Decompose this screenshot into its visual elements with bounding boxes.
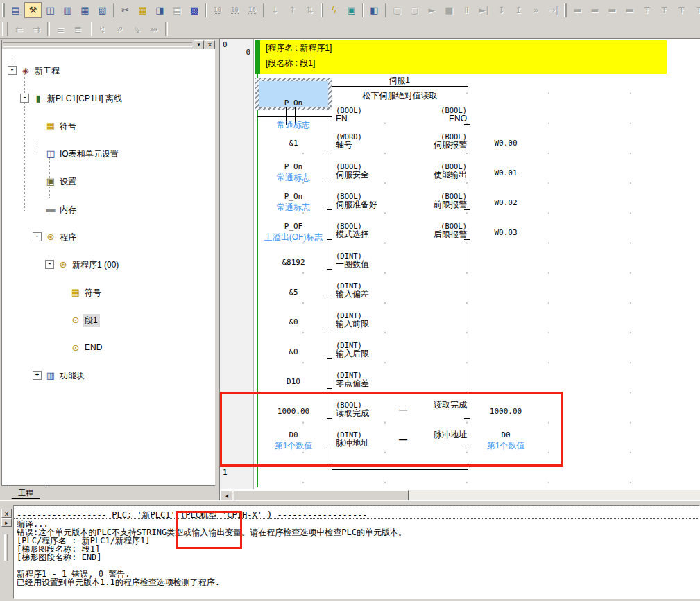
output-operand[interactable]: W0.03 xyxy=(494,228,517,237)
transfer-to-plc-button[interactable]: ↓ xyxy=(266,2,284,18)
dock-handle[interactable] xyxy=(3,42,192,47)
output-next-button[interactable]: ▸ xyxy=(1,518,12,527)
input-operand[interactable]: &0 xyxy=(289,317,298,326)
attached-comment-button[interactable]: ▬ xyxy=(604,2,621,18)
fb-row[interactable]: P_OF上溢出(OF)标志 (BOOL)模式选择 (BOOL)后限报警 W0.0… xyxy=(256,217,540,247)
indent-button[interactable]: ⇉ xyxy=(28,21,45,37)
expander-icon[interactable]: - xyxy=(8,66,17,75)
compare-with-plc-button[interactable]: ⇅ xyxy=(301,2,318,18)
fb-row-inout[interactable]: D0第1个数值 (DINT)脉冲地址 — 脉冲地址 D0第1个数值 xyxy=(256,426,540,456)
input-operand[interactable]: P_On xyxy=(284,162,303,171)
symbol-table-button[interactable]: ▦ xyxy=(134,2,151,18)
output-window-button[interactable]: ▦ xyxy=(76,2,94,18)
fb-row[interactable]: &5 (DINT)输入偏差 xyxy=(256,277,540,307)
monitor-hex-button[interactable]: 16 xyxy=(244,2,261,18)
monitor-decimal-button[interactable]: 10 xyxy=(209,2,226,18)
fb-row[interactable]: P_On常通标志 (BOOL)伺服准备好 (BOOL)前限报警 W0.02 xyxy=(256,187,540,218)
expander-icon[interactable]: - xyxy=(45,260,54,269)
input-operand[interactable]: P_OF xyxy=(284,222,303,231)
resume-monitoring-button[interactable]: ▢ xyxy=(406,2,423,18)
expander-icon[interactable]: + xyxy=(33,371,42,380)
input-operand[interactable]: D0 xyxy=(289,430,298,439)
step-run-button[interactable]: ►| xyxy=(475,2,493,18)
expander-icon[interactable]: - xyxy=(20,94,29,103)
fb-row[interactable]: &8192 (DINT)一圈数值 xyxy=(256,247,540,277)
toolbar-grip[interactable] xyxy=(2,22,8,36)
output-operand[interactable]: W0.02 xyxy=(494,198,517,207)
output-operand[interactable]: W0.00 xyxy=(494,139,517,148)
step-out-button[interactable]: ↥ xyxy=(510,2,527,18)
panel-titlebar[interactable]: ▾ x xyxy=(2,40,216,49)
input-operand[interactable]: P_On xyxy=(284,192,303,201)
monitor-signed-decimal-button[interactable]: 10 xyxy=(226,2,244,18)
edit-comment-button[interactable]: ▬ xyxy=(621,2,638,18)
diagram-button[interactable]: ✂ xyxy=(117,2,134,18)
force-off-button[interactable]: ⇗ xyxy=(111,21,128,37)
watch-list-button[interactable]: ≣ xyxy=(69,21,87,37)
rung-list-button[interactable]: ≡ xyxy=(52,21,69,37)
input-operand[interactable]: &0 xyxy=(289,347,298,356)
properties-button[interactable]: ▧ xyxy=(94,2,111,18)
ladder-horizontal-scrollbar[interactable]: ◄ xyxy=(221,490,700,500)
panel-collapse-button[interactable]: ▾ xyxy=(194,40,204,49)
new-horizontal-button[interactable]: Ŧ xyxy=(690,2,700,18)
toolbar-grip[interactable] xyxy=(564,3,567,17)
compile-button[interactable]: ⚒ xyxy=(24,2,42,18)
io-comment-button[interactable]: ▬ xyxy=(569,2,586,18)
outdent-button[interactable]: ⇇ xyxy=(10,21,28,37)
expander-icon[interactable]: - xyxy=(33,232,42,241)
fb-instance-name[interactable]: 伺服1 xyxy=(332,75,467,87)
mnemonic-view-button[interactable]: ▤ xyxy=(169,2,186,18)
output-operand[interactable]: W0.01 xyxy=(494,168,517,177)
output-close-button[interactable]: x xyxy=(1,509,12,518)
toolbar-grip[interactable] xyxy=(321,3,323,17)
fb-row[interactable]: D10 (DINT)零点偏差 xyxy=(256,366,540,397)
rung-comment-button[interactable]: ▬ xyxy=(586,2,604,18)
differentiate-button[interactable]: ↮ xyxy=(146,21,163,37)
new-vertical-button[interactable]: Ŧ xyxy=(673,2,690,18)
section-list-button[interactable]: ◨ xyxy=(151,2,169,18)
continuous-step-button[interactable]: » xyxy=(527,2,545,18)
toolbar-grip[interactable] xyxy=(2,3,5,17)
input-operand[interactable]: &1 xyxy=(289,139,298,148)
step-in-button[interactable]: ↧ xyxy=(493,2,510,18)
new-contact-or-button[interactable]: Ŧ xyxy=(656,2,673,18)
fb-row[interactable]: &0 (DINT)输入前限 xyxy=(256,306,540,337)
tab-project[interactable]: 工程 xyxy=(6,487,46,499)
run-button[interactable]: ► xyxy=(423,2,441,18)
online-edit-button[interactable]: ▣ xyxy=(343,2,360,18)
project-workspace-button[interactable]: ▤ xyxy=(7,2,24,18)
input-operand[interactable]: D10 xyxy=(287,377,300,386)
pause-button[interactable]: Ⅱ xyxy=(458,2,475,18)
fb-row[interactable]: &0 (DINT)输入后限 xyxy=(256,336,540,367)
input-operand[interactable]: &5 xyxy=(289,288,298,297)
output-operand[interactable]: 1000.00 xyxy=(490,407,522,416)
fb-row-en[interactable]: P_On 常通标志 (BOOL)EN (BOOL)ENO xyxy=(256,98,540,128)
input-operand[interactable]: 1000.00 xyxy=(278,407,309,416)
scrollbar-thumb[interactable] xyxy=(234,490,409,501)
monitor-window-button[interactable]: ◧ xyxy=(366,2,383,18)
scan-run-button[interactable]: →| xyxy=(545,2,562,18)
scroll-left-button[interactable]: ◄ xyxy=(221,490,232,501)
stop-button[interactable]: ■ xyxy=(441,2,458,18)
compile-output-text[interactable]: ------------------ PLC: '新PLC1' (PLC机型 '… xyxy=(13,505,700,599)
fb-row[interactable]: &1 (WORD)轴号 (BOOL)伺服报警 W0.00 xyxy=(256,128,540,158)
force-on-button[interactable]: ↯ xyxy=(94,21,111,37)
cross-reference-button[interactable]: ▥ xyxy=(59,2,76,18)
rung-comment-banner[interactable]: [程序名 : 新程序1] [段名称 : 段1] xyxy=(260,40,667,74)
ladder-editor[interactable]: 0 0 1 [程序名 : 新程序1] [段名称 : 段1] 伺服1 松下伺服绝对… xyxy=(219,38,700,502)
panel-close-button[interactable]: x xyxy=(205,40,215,49)
watch-window-button[interactable]: ◫ xyxy=(42,2,59,18)
fb-row[interactable]: P_On常通标志 (BOOL)伺服安全 (BOOL)使能输出 W0.01 xyxy=(256,157,540,188)
dock-grip[interactable] xyxy=(4,534,8,561)
output-operand[interactable]: D0 xyxy=(501,430,510,439)
input-operand[interactable]: &8192 xyxy=(282,258,305,267)
new-contact-button[interactable]: Ŧ xyxy=(638,2,656,18)
work-online-button[interactable]: ϟ xyxy=(325,2,343,18)
pause-monitoring-button[interactable]: ▢ xyxy=(389,2,406,18)
mnemonic-editor-button[interactable]: ▩ xyxy=(186,2,203,18)
contact-operand[interactable]: P_On xyxy=(256,98,331,107)
force-cancel-button[interactable]: ⇘ xyxy=(128,21,146,37)
fb-row-inout[interactable]: 1000.00 (BOOL)读取完成 — 读取完成 1000.00 xyxy=(256,396,540,426)
transfer-from-plc-button[interactable]: ↑ xyxy=(284,2,301,18)
